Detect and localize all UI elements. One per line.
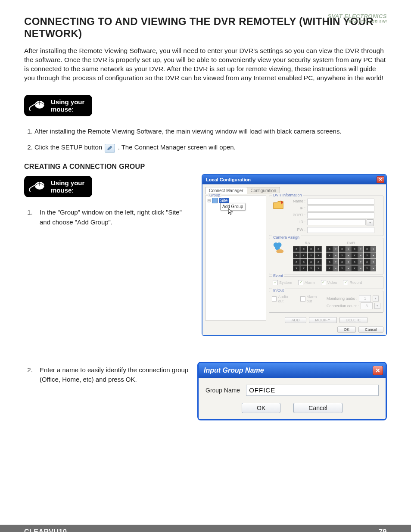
modify-button[interactable]: MODIFY: [309, 317, 337, 323]
close-icon[interactable]: ✕: [377, 176, 384, 183]
dvr-cell[interactable]: x▾: [339, 246, 351, 252]
dvr-info-legend: DVR Information: [272, 193, 303, 197]
dvr-cell[interactable]: x▾: [364, 265, 376, 271]
id-dropdown-icon[interactable]: ▾: [367, 219, 374, 226]
dvr-cell[interactable]: x▾: [364, 259, 376, 265]
mouse-badge-text: Using your mouse:: [51, 179, 84, 194]
inout-checkbox[interactable]: Audio out: [272, 295, 293, 303]
event-checkbox[interactable]: ✓Video: [321, 280, 337, 285]
event-checkbox[interactable]: ✓Record: [343, 280, 362, 285]
input-monitoring-audio[interactable]: [359, 295, 371, 302]
label-id: ID :: [287, 219, 305, 226]
mouse-badge-2: Using your mouse:: [24, 176, 92, 198]
site-label: Site: [219, 198, 229, 203]
dvr-cell[interactable]: x▾: [339, 252, 351, 258]
footer-page: 79: [379, 528, 387, 532]
input-pw[interactable]: [307, 227, 374, 233]
steps-list-1: After installing the Remote Viewing Soft…: [24, 127, 387, 152]
ra-cell[interactable]: x: [300, 252, 307, 258]
input-port[interactable]: [307, 212, 374, 218]
dvr-cell[interactable]: x▾: [326, 259, 338, 265]
dvr-cell[interactable]: x▾: [351, 259, 363, 265]
input-name[interactable]: [307, 199, 374, 205]
ra-cell[interactable]: x: [300, 246, 307, 252]
dvr-cell[interactable]: x▾: [364, 252, 376, 258]
ra-cell[interactable]: x: [315, 252, 322, 258]
group-tree-pane[interactable]: Group ⊟ Site Add Group: [205, 196, 266, 320]
dialog-button-row: OK Cancel: [205, 327, 383, 333]
step-2-1: In the "Group" window on the left, right…: [34, 208, 193, 227]
dvr-cell[interactable]: x▾: [326, 252, 338, 258]
input-ip[interactable]: [307, 205, 374, 212]
dropdown-icon[interactable]: ▾: [374, 303, 380, 309]
event-legend: Event: [272, 274, 284, 278]
label-ip: IP :: [287, 205, 305, 212]
label-connection-count: Connection count :: [327, 304, 359, 308]
step-1-2: Click the SETUP button . The Connect Man…: [34, 143, 387, 152]
dvr-cell[interactable]: x▾: [351, 265, 363, 271]
crud-button-row: ADD MODIFY DELETE: [269, 317, 383, 323]
dropdown-icon[interactable]: ▾: [373, 296, 379, 302]
footer-product: CLEARVU10: [24, 528, 67, 532]
event-checkbox[interactable]: ✓System: [273, 280, 292, 285]
group-legend: Group: [208, 193, 221, 197]
step-1-2-post: . The Connect Manager screen will open.: [118, 143, 236, 151]
site-icon: [212, 198, 218, 203]
ra-cell[interactable]: x: [293, 246, 300, 252]
inout-checkbox[interactable]: Alarm out: [300, 295, 322, 303]
folder-icon: [272, 199, 285, 212]
delete-button[interactable]: DELETE: [339, 317, 367, 323]
ra-header: RA: [293, 241, 322, 245]
dvr-cell[interactable]: x▾: [351, 246, 363, 252]
ra-cell[interactable]: x: [293, 265, 300, 271]
setup-icon: [105, 144, 115, 152]
ok-button[interactable]: OK: [337, 327, 356, 333]
dvr-cell[interactable]: x▾: [326, 265, 338, 271]
mouse-badge: Using your mouse:: [24, 95, 92, 117]
brand-block: SVAT ELECTRONICS now you can see: [327, 13, 387, 25]
steps-list-2b: Enter a name to easily identify the conn…: [24, 365, 189, 385]
dvr-cell[interactable]: x▾: [364, 246, 376, 252]
group-name-input[interactable]: [246, 385, 379, 396]
camera-legend: Camera Assign: [272, 235, 301, 240]
input-group-name-dialog: Input Group Name ✕ Group Name OK Cancel: [197, 362, 387, 420]
dvr-cell[interactable]: x▾: [351, 252, 363, 258]
dvr-cell[interactable]: x▾: [326, 246, 338, 252]
dvr-cell[interactable]: x▾: [339, 259, 351, 265]
dvr-header: DVR: [326, 241, 376, 245]
label-port: PORT :: [287, 212, 305, 218]
ra-cell[interactable]: x: [293, 252, 300, 258]
ra-cell[interactable]: x: [300, 265, 307, 271]
page-footer: CLEARVU10 79: [0, 525, 411, 532]
ra-cell[interactable]: x: [308, 246, 314, 252]
add-button[interactable]: ADD: [285, 317, 306, 323]
dvr-cell[interactable]: x▾: [339, 265, 351, 271]
ra-cell[interactable]: x: [308, 259, 314, 265]
ra-cell[interactable]: x: [308, 252, 314, 258]
ra-cell[interactable]: x: [315, 246, 322, 252]
mouse-badge-text: Using your mouse:: [51, 98, 84, 113]
ra-cell[interactable]: x: [315, 265, 322, 271]
inout-legend: In/Out: [272, 288, 285, 292]
ra-cell[interactable]: x: [300, 259, 307, 265]
label-name: Name :: [287, 199, 305, 205]
close-icon[interactable]: ✕: [373, 366, 383, 375]
ra-cell[interactable]: x: [308, 265, 314, 271]
input-id[interactable]: [307, 219, 366, 225]
ra-cell[interactable]: x: [315, 259, 322, 265]
cancel-button[interactable]: Cancel: [293, 403, 342, 413]
dvr-info-group: DVR Information Name : IP : PORT : ID :▾…: [269, 196, 383, 236]
cursor-icon: [228, 208, 234, 215]
input-connection-count[interactable]: [361, 302, 373, 309]
dialog-titlebar: Input Group Name ✕: [199, 363, 386, 378]
svg-point-7: [276, 249, 283, 253]
cancel-button[interactable]: Cancel: [358, 327, 383, 333]
event-group: Event ✓System✓Alarm✓Video✓Record: [269, 276, 383, 289]
window-titlebar: Local Configuration ✕: [202, 175, 386, 184]
event-checkbox[interactable]: ✓Alarm: [298, 280, 315, 285]
dialog-title: Input Group Name: [204, 367, 264, 374]
dvr-grid: x▾x▾x▾x▾x▾x▾x▾x▾x▾x▾x▾x▾x▾x▾x▾x▾: [326, 246, 376, 271]
ok-button[interactable]: OK: [242, 403, 280, 413]
ra-cell[interactable]: x: [293, 259, 300, 265]
camera-icon: [272, 241, 285, 254]
